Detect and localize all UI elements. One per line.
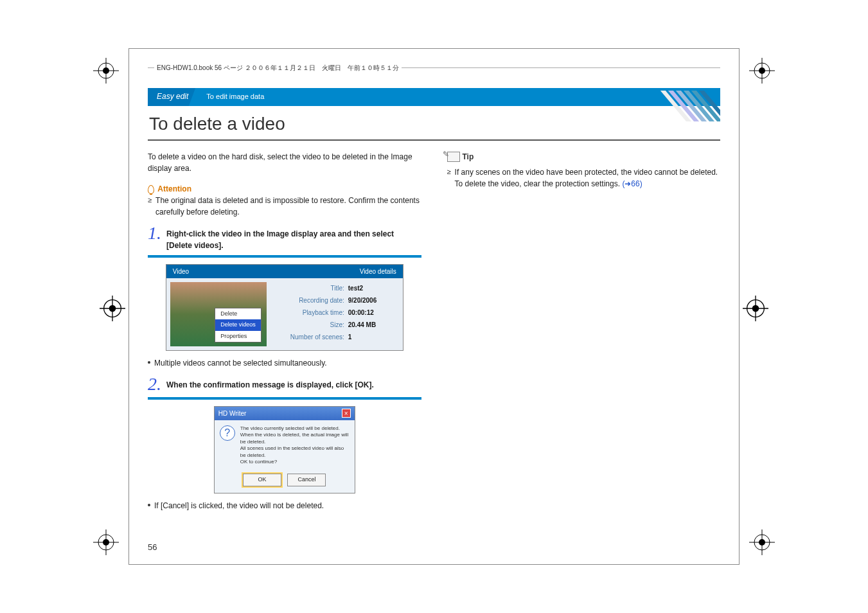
page-number: 56 [148, 542, 157, 552]
step-label: When the confirmation message is display… [166, 375, 421, 391]
svg-point-3 [103, 67, 109, 74]
menu-item-delete-videos: Delete videos [215, 319, 261, 331]
svg-point-7 [759, 67, 765, 74]
detail-label: Playback time: [277, 308, 344, 317]
bullet-icon [148, 504, 150, 506]
screenshot-confirm-dialog: HD Writer × ? The video currently select… [214, 406, 355, 493]
detail-label: Size: [277, 320, 344, 330]
menu-item-properties: Properties [215, 331, 261, 342]
note-text: If [Cancel] is clicked, the video will n… [154, 500, 324, 511]
attention-text: The original data is deleted and is impo… [155, 195, 421, 218]
detail-label: Title: [277, 283, 344, 293]
bullet-icon [148, 361, 150, 364]
step-number: 1. [148, 224, 161, 242]
step-divider [148, 397, 421, 400]
page-title: To delete a video [148, 110, 720, 141]
detail-label: Number of scenes: [277, 332, 344, 342]
step-note: Multiple videos cannot be selected simul… [148, 357, 421, 369]
intro-text: To delete a video on the hard disk, sele… [148, 151, 421, 174]
context-menu: Delete Delete videos Properties [215, 308, 261, 343]
svg-point-19 [109, 305, 116, 312]
detail-label: Recording date: [277, 296, 344, 305]
menu-item-delete: Delete [215, 308, 261, 320]
video-details-panel: Title:test2 Recording date:9/20/2006 Pla… [270, 278, 403, 350]
detail-value: test2 [348, 283, 363, 293]
left-column: To delete a video on the hard disk, sele… [148, 151, 421, 518]
close-icon: × [342, 409, 351, 418]
header-line: ENG-HDW1.0.book 56 ページ ２００６年１１月２１日 火曜日 午… [148, 67, 720, 77]
svg-point-15 [759, 539, 765, 546]
svg-point-11 [103, 539, 109, 546]
dialog-title: HD Writer [218, 409, 247, 418]
crop-mark-icon [100, 296, 125, 321]
right-column: Tip ≥ If any scenes on the video have be… [447, 151, 721, 518]
tip-text: If any scenes on the video have been pro… [455, 166, 720, 190]
attention-label: Attention [157, 184, 191, 193]
detail-value: 00:00:12 [348, 308, 374, 317]
question-icon: ? [220, 425, 235, 441]
step-2: 2. When the confirmation message is disp… [148, 375, 421, 511]
detail-value: 9/20/2006 [348, 296, 377, 305]
tab-video: Video [173, 267, 360, 276]
bullet-icon: ≥ [447, 166, 451, 190]
header-text: ENG-HDW1.0.book 56 ページ ２００６年１１月２１日 火曜日 午… [154, 64, 402, 73]
svg-point-23 [752, 305, 759, 312]
dialog-message: The video currently selected will be del… [240, 425, 350, 465]
note-text: Multiple videos cannot be selected simul… [154, 357, 327, 369]
decorative-stripes [656, 91, 720, 121]
crop-mark-icon [743, 296, 768, 321]
cancel-button: Cancel [287, 474, 326, 486]
section-title-bar: Easy edit To edit image data [148, 88, 720, 106]
step-divider [148, 255, 421, 258]
tip-header: Tip [447, 151, 721, 163]
crop-mark-icon [93, 58, 119, 84]
screenshot-video-panel: Video Video details Delete Delete videos… [166, 264, 403, 351]
bullet-icon: ≥ [148, 195, 152, 218]
crop-mark-icon [93, 529, 119, 555]
step-note: If [Cancel] is clicked, the video will n… [148, 500, 421, 511]
crop-mark-icon [749, 58, 775, 84]
tip-item: ≥ If any scenes on the video have been p… [447, 166, 721, 190]
dialog-titlebar: HD Writer × [215, 407, 355, 420]
step-label: Right-click the video in the Image displ… [166, 224, 421, 251]
ok-button: OK [243, 474, 281, 486]
video-thumbnail: Delete Delete videos Properties [170, 282, 267, 346]
attention-item: ≥ The original data is deleted and is im… [148, 195, 421, 218]
tip-label: Tip [463, 151, 474, 163]
step-1: 1. Right-click the video in the Image di… [148, 224, 421, 369]
subsection-label: To edit image data [197, 88, 720, 106]
tip-body: If any scenes on the video have been pro… [455, 168, 718, 188]
tab-video-details: Video details [360, 267, 396, 276]
crop-mark-icon [749, 529, 775, 555]
step-number: 2. [148, 375, 161, 393]
detail-value: 1 [348, 332, 352, 342]
tip-icon [447, 152, 460, 162]
subsection-text: To edit image data [206, 93, 264, 100]
attention-block: Attention [148, 183, 421, 195]
lightbulb-icon [148, 185, 154, 194]
detail-value: 20.44 MB [348, 320, 376, 330]
tip-link: (➜66) [622, 179, 642, 188]
